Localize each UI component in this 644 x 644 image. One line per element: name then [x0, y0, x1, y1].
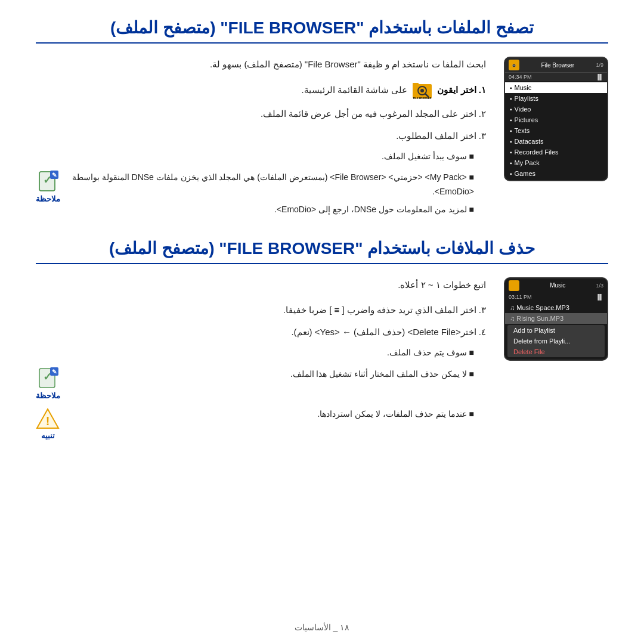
- section1-note-label: ملاحظة: [36, 194, 60, 203]
- device1-item-pictures: ▪ Pictures: [505, 114, 607, 125]
- section1-note-bullet2: ■ لمزيد من المعلومات حول DNSe، ارجع إلى …: [66, 203, 474, 217]
- section2-bullet1: ■ سوف يتم حذف الملف.: [36, 346, 474, 360]
- device1-status-bar: 04:34 PM ▐▌: [505, 73, 607, 81]
- folder-icon-music: ▪: [510, 85, 512, 91]
- device1-item-recorded: ▪ Recorded Files: [505, 147, 607, 157]
- folder-icon-games: ▪: [510, 171, 512, 177]
- section2-intro: اتبع خطوات ١ ~ ٢ أعلاه.: [36, 277, 486, 293]
- device1-header: File Browser 1/9: [505, 58, 607, 73]
- device2-folder-icon: [509, 280, 519, 291]
- device2-body: ♫ Music Space.MP3 ♫ Rising Sun.MP3 Add t…: [505, 301, 607, 360]
- folder-icon-recorded: ▪: [510, 149, 512, 156]
- section2-warning-bullet: ■ عندما يتم حذف الملفات، لا يمكن استرداد…: [66, 407, 474, 422]
- page: تصفح الملفات باستخدام "FILE BROWSER" (مت…: [0, 0, 644, 644]
- svg-point-7: [420, 89, 424, 92]
- device1-item-texts-label: Texts: [515, 127, 530, 134]
- device1-item-recorded-label: Recorded Files: [515, 148, 559, 156]
- device1-item-playlists: ▪ Playlists: [505, 93, 607, 104]
- section2-warning-label: تنبيه: [41, 431, 55, 440]
- device1-folder-icon: [509, 60, 519, 70]
- note-icon: ✓ ✎: [37, 171, 60, 193]
- section1-step3: ٣. اختر الملف المطلوب.: [36, 128, 486, 144]
- device1-item-datacasts: ▪ Datacasts: [505, 136, 607, 147]
- footer: ١٨ _ الأساسيات: [36, 617, 608, 632]
- context-delete-from-playlist: Delete from Playli...: [507, 336, 605, 346]
- device1-battery: ▐▌: [596, 74, 603, 80]
- context-delete-file: Delete File: [507, 346, 605, 357]
- section2-text-column: اتبع خطوات ١ ~ ٢ أعلاه. ٣. اختر الملف ال…: [36, 277, 486, 440]
- device1-item-datacasts-label: Datacasts: [515, 138, 544, 145]
- section1-text-column: ابحث الملفا ت ناستخد ام و ظيفة "File Bro…: [36, 57, 486, 221]
- device2-title: Music: [519, 282, 596, 289]
- section2-note1-label: ملاحظة: [36, 391, 60, 400]
- section1-title: تصفح الملفات باستخدام "FILE BROWSER" (مت…: [36, 18, 608, 44]
- section2-warning-box: ■ عندما يتم حذف الملفات، لا يمكن استرداد…: [36, 407, 486, 440]
- section1-bullet1: ■ سوف يبدأ تشغيل الملف.: [36, 150, 474, 164]
- device1-item-texts: ▪ Texts: [505, 125, 607, 136]
- section2-step3: ٣. اختر الملف الذي تريد حذفه واضرب [ ≡ ]…: [36, 302, 486, 318]
- section2-step4: ٤. اختر<Delete File> (حذف الملف) ← <Yes>…: [36, 324, 486, 340]
- device2-item-1: ♫ Music Space.MP3: [505, 302, 607, 313]
- svg-text:!: !: [46, 414, 50, 428]
- device1-item-video-label: Video: [515, 106, 531, 113]
- section1-note-icon-wrapper: ✓ ✎ ملاحظة: [36, 171, 60, 203]
- svg-rect-16: [511, 283, 513, 284]
- device1-item-games-label: Games: [515, 170, 535, 177]
- context-add-playlist: Add to Playlist: [507, 325, 605, 336]
- section2-note1-bullet: ■ لا يمكن حذف الملف المختار أثناء تشغيل …: [66, 367, 474, 382]
- device2-time: 03:11 PM: [509, 294, 532, 300]
- svg-text:✎: ✎: [52, 369, 57, 375]
- section1-step1: ١. اختر ايقون FILE BROWSER على شاشة القا…: [36, 82, 486, 100]
- folder-icon-pictures: ▪: [510, 117, 512, 123]
- note-icon-2: ✓ ✎: [37, 367, 60, 390]
- device2-battery: ▐▌: [596, 294, 603, 300]
- device1-item-pictures-label: Pictures: [515, 116, 538, 123]
- folder-icon-mypack: ▪: [510, 160, 512, 166]
- device2-item-2: ♫ Rising Sun.MP3: [505, 313, 607, 324]
- section1: تصفح الملفات باستخدام "FILE BROWSER" (مت…: [36, 18, 608, 221]
- folder-icon-playlists: ▪: [510, 95, 512, 102]
- svg-rect-1: [511, 63, 513, 64]
- section2-note1-text: ■ لا يمكن حذف الملف المختار أثناء تشغيل …: [66, 367, 486, 385]
- section1-content: File Browser 1/9 04:34 PM ▐▌ ▪ Music ▪ P…: [36, 57, 608, 221]
- svg-point-3: [513, 65, 515, 66]
- section1-note-bullet1: ■ <My Pack> <حزمتي> <File Browser> (بمست…: [66, 171, 474, 199]
- device1-page: 1/9: [596, 62, 603, 68]
- section1-note-box: ■ <My Pack> <حزمتي> <File Browser> (بمست…: [36, 171, 486, 220]
- device2-page: 1/3: [596, 283, 603, 289]
- device2-item1-label: ♫ Music Space.MP3: [510, 304, 569, 311]
- svg-rect-5: [413, 83, 419, 86]
- section1-note-text: ■ <My Pack> <حزمتي> <File Browser> (بمست…: [66, 171, 486, 220]
- folder-icon-datacasts: ▪: [510, 138, 512, 145]
- device1-item-mypack-label: My Pack: [515, 159, 540, 166]
- device1-body: ▪ Music ▪ Playlists ▪ Video ▪ Pictures: [505, 81, 607, 180]
- device1-item-mypack: ▪ My Pack: [505, 157, 607, 168]
- device1-time: 04:34 PM: [509, 74, 532, 80]
- folder-icon-video: ▪: [510, 106, 512, 113]
- device2-item2-label: ♫ Rising Sun.MP3: [510, 315, 564, 322]
- device1-item-music: ▪ Music: [505, 82, 607, 93]
- file-browser-icon: FILE BROWSER: [412, 82, 432, 100]
- device2-context-menu: Add to Playlist Delete from Playli... De…: [507, 325, 605, 357]
- device1-item-music-label: Music: [515, 84, 532, 91]
- device1-title: File Browser: [519, 62, 596, 69]
- section2-warning-icon-wrapper: ! تنبيه: [36, 407, 60, 440]
- section2-title: حذف الملافات باستخدام "FILE BROWSER" (مت…: [36, 239, 608, 264]
- device2-status-bar: 03:11 PM ▐▌: [505, 293, 607, 301]
- section1-intro: ابحث الملفا ت ناستخد ام و ظيفة "File Bro…: [36, 57, 486, 72]
- device1-item-games: ▪ Games: [505, 168, 607, 179]
- device1-item-playlists-label: Playlists: [515, 95, 538, 102]
- section2-note1-box: ■ لا يمكن حذف الملف المختار أثناء تشغيل …: [36, 367, 486, 400]
- section2-note1-icon-wrapper: ✓ ✎ ملاحظة: [36, 367, 60, 400]
- section2-content: Music 1/3 03:11 PM ▐▌ ♫ Music Space.MP3 …: [36, 277, 608, 440]
- svg-text:✎: ✎: [52, 172, 57, 178]
- folder-icon-texts: ▪: [510, 128, 512, 134]
- device-mockup-1: File Browser 1/9 04:34 PM ▐▌ ▪ Music ▪ P…: [504, 57, 608, 181]
- device1-item-video: ▪ Video: [505, 104, 607, 114]
- device-mockup-2: Music 1/3 03:11 PM ▐▌ ♫ Music Space.MP3 …: [504, 277, 608, 361]
- svg-text:FILE BROWSER: FILE BROWSER: [413, 97, 432, 100]
- warning-icon: !: [36, 407, 60, 430]
- svg-rect-15: [511, 284, 517, 289]
- section2-warning-text: ■ عندما يتم حذف الملفات، لا يمكن استرداد…: [66, 407, 486, 425]
- section1-step2: ٢. اختر على المجلد المرغوب فيه من أجل عر…: [36, 106, 486, 122]
